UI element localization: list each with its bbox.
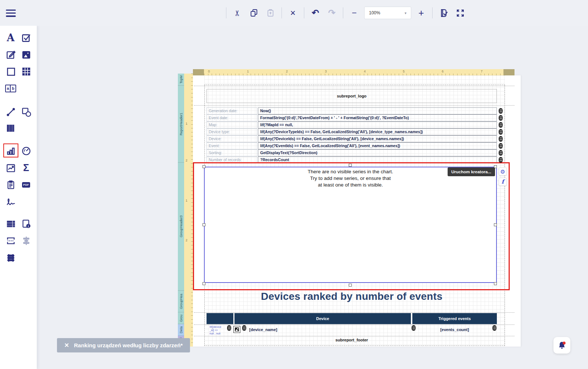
run-wizard-button[interactable]: Uruchom kreatora... [448,167,495,176]
datasource-icon[interactable] [492,325,496,331]
field-label[interactable]: Event: [207,142,257,149]
resize-handle[interactable] [202,282,205,285]
checkbox-tool[interactable] [20,32,32,43]
band-reportheader1[interactable]: ReportHeader1 [178,86,184,163]
band-label: TopM [179,75,183,84]
menu-icon[interactable] [6,8,17,17]
image-tool[interactable] [20,49,32,60]
band-groupheader3[interactable]: GroupHeader3 [178,163,184,291]
field-label[interactable]: Device type: [207,128,257,135]
field-label[interactable]: Generation date: [207,107,257,114]
datasource-icon[interactable] [227,325,231,331]
field-value[interactable]: Iif(Any(?EventIds) == False, GetLocalize… [258,142,497,149]
signature-tool[interactable] [5,196,17,207]
subreport-footer-cell[interactable]: subreport_footer [207,338,497,342]
page-info-tool[interactable]: i [20,218,32,230]
field-value[interactable]: GetDisplayText(?SortDirection) [258,149,497,156]
delete-button[interactable]: ✕ [286,6,300,19]
line-tool[interactable] [5,106,17,118]
table-header-events-cell[interactable]: Triggered events [412,313,497,324]
redo-button[interactable]: ↷ [325,6,338,19]
gauge-tool[interactable] [20,145,32,157]
band-detail[interactable]: Deta [178,324,184,336]
barcode-tool[interactable] [5,122,17,134]
datasource-icon[interactable] [499,150,503,156]
datasource-icon[interactable] [499,108,503,114]
band-groupheader2[interactable]: GroupHea [178,291,184,312]
resize-handle[interactable] [202,165,205,168]
events-count-field[interactable]: [events_count] [412,327,497,332]
datasource-icon[interactable] [499,157,503,163]
report-tab[interactable]: ✕ Ranking urządzeń według liczby zdarzeń… [57,338,190,352]
resize-handle[interactable] [349,164,352,167]
zoom-select[interactable]: 100% ▾ [364,7,411,19]
field-value[interactable]: Iif(Any(?DeviceIds) == False, GetLocaliz… [258,135,497,142]
text-tool[interactable]: A [5,32,17,43]
band-separator-tool[interactable] [5,235,17,246]
chart-function-button[interactable]: f [499,178,507,186]
table-header-device-cell[interactable]: Device [234,313,411,324]
sparkline-tool[interactable] [5,162,17,174]
datasource-icon[interactable] [499,122,503,128]
subreport-logo-cell[interactable]: subreport_logo [207,89,497,103]
notifications-button[interactable] [553,337,570,354]
band-topmargin[interactable]: TopM [178,74,184,86]
richtext-tool[interactable] [5,49,17,60]
section-title[interactable]: Devices ranked by number of events [207,291,497,302]
field-value[interactable]: FormatString('{0:d}',?EventDateFrom) + '… [258,114,497,121]
page-info-icon: i [21,219,31,229]
datasource-icon[interactable] [242,325,246,331]
chart-settings-button[interactable]: ⚙ [499,167,507,175]
datasource-icon[interactable] [412,325,416,331]
field-value[interactable]: ?RecordsCount [258,156,497,163]
align-center-tool[interactable] [20,235,32,246]
subreport-tool[interactable]: ab [5,82,17,94]
toolbar-separator [226,7,226,18]
cut-button[interactable]: ✂ [231,6,244,19]
field-value[interactable]: Iif(Any(?DeviceTypeIds) == False, GetLoc… [258,128,497,135]
panel-tool[interactable] [5,65,17,77]
field-label[interactable]: Number of records: [207,156,257,163]
table-header-index-cell[interactable] [207,313,233,324]
fullscreen-button[interactable] [453,6,467,19]
band-groupheader1[interactable]: Grou [178,312,184,324]
resize-handle[interactable] [494,282,497,285]
datasource-icon[interactable] [499,115,503,121]
close-icon[interactable]: ✕ [64,343,69,348]
undo-button[interactable]: ↶ [309,6,322,19]
field-label[interactable]: Sorting: [207,149,257,156]
shape-tool[interactable] [20,106,32,118]
cross-band-tool[interactable] [5,252,17,263]
clipboard-control-tool[interactable] [5,179,17,191]
datasource-icon[interactable] [499,136,503,142]
paste-button[interactable] [264,6,277,19]
field-label[interactable]: Map: [207,121,257,128]
design-canvas[interactable]: 0 1 2 3 4 5 6 7 1 2 1 2 TopM ReportHeade… [37,26,588,369]
data-band-tool[interactable] [5,218,17,230]
field-value[interactable]: Iif(?MapId == null, [258,121,497,128]
field-label[interactable]: Device: [207,135,257,142]
band-label: ReportHeader1 [179,113,183,135]
zoom-out-button[interactable]: − [348,6,361,19]
bar-chart-icon [6,146,16,156]
gauge-icon [21,146,31,156]
table-tool[interactable] [20,65,32,77]
field-label[interactable]: Event date: [207,114,257,121]
device-name-field[interactable]: [device_name] [249,327,277,332]
math-formula-tool[interactable]: Σ [20,162,32,174]
resize-handle[interactable] [202,223,205,226]
field-value[interactable]: Now() [258,107,497,114]
device-image-placeholder[interactable] [233,326,240,333]
pdf-export-tool[interactable]: PDF [20,179,32,191]
datasource-icon[interactable] [499,129,503,135]
resize-handle[interactable] [349,284,352,287]
validate-report-button[interactable] [437,6,450,19]
resize-handle[interactable] [494,223,497,226]
zoom-in-button[interactable]: + [415,6,428,19]
sparkline-icon [6,163,16,173]
chart-tool[interactable] [5,145,17,157]
delete-icon: ✕ [290,10,296,17]
paste-icon [266,8,275,17]
copy-button[interactable] [247,6,261,19]
datasource-icon[interactable] [499,143,503,149]
